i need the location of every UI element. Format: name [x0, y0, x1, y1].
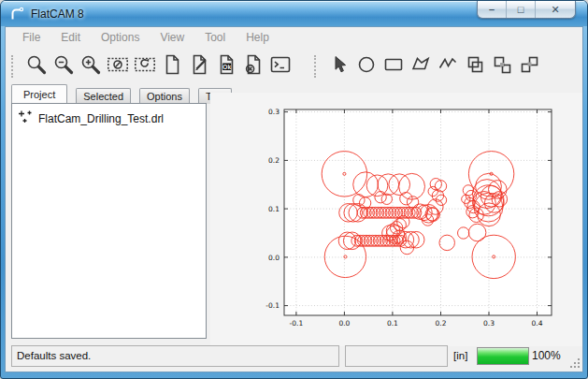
toolbar-group-2 [308, 52, 542, 80]
window-controls: –□✕ [477, 1, 576, 19]
svg-text:0.1: 0.1 [387, 319, 398, 328]
client-area: FileEditOptionsViewToolHelp Ok ProjectSe… [5, 26, 583, 372]
svg-text:0.2: 0.2 [268, 156, 280, 165]
copy-geometry-button[interactable] [488, 53, 515, 80]
flatcam-logo-icon [8, 6, 25, 22]
svg-text:0.0: 0.0 [268, 254, 280, 262]
svg-text:0.4: 0.4 [532, 319, 543, 328]
menu-help[interactable]: Help [236, 27, 280, 49]
tab-project[interactable]: Project [11, 84, 67, 104]
tab-options[interactable]: Options [139, 88, 190, 104]
tree-item[interactable]: FlatCam_Drilling_Test.drl [14, 108, 204, 129]
copy-objects-button[interactable] [461, 53, 488, 80]
menu-view[interactable]: View [150, 27, 194, 49]
minimize-button[interactable]: – [478, 1, 506, 18]
svg-text:0.1: 0.1 [268, 205, 280, 213]
close-button[interactable]: ✕ [535, 1, 575, 18]
maximize-button[interactable]: □ [506, 1, 535, 18]
draw-circle-button[interactable] [352, 53, 380, 80]
draw-circle-icon [355, 53, 378, 80]
resize-grip[interactable] [570, 358, 580, 368]
progress-bar [477, 347, 529, 365]
draw-path-button[interactable] [434, 53, 461, 80]
copy-objects-icon [464, 53, 486, 80]
drill-marks-icon [18, 109, 33, 127]
status-aux-panel [345, 345, 448, 367]
menu-bar: FileEditOptionsViewToolHelp [6, 27, 582, 49]
toolbar-handle[interactable] [314, 55, 319, 78]
edit-script-icon [188, 53, 210, 80]
menu-tool[interactable]: Tool [194, 27, 236, 49]
zoom-out-icon [52, 53, 75, 80]
svg-text:0.2: 0.2 [436, 319, 447, 328]
edit-script-button[interactable] [185, 53, 212, 80]
save-ok-button[interactable]: Ok [212, 53, 239, 80]
save-ok-icon: Ok [215, 53, 237, 80]
menu-options[interactable]: Options [91, 27, 150, 49]
app-window: FlatCAM 8 –□✕ FileEditOptionsViewToolHel… [0, 0, 588, 379]
project-tree[interactable]: FlatCam_Drilling_Test.drl [11, 103, 207, 339]
svg-text:0.3: 0.3 [268, 108, 280, 116]
tab-bar: ProjectSelectedOptionsTool [11, 84, 240, 104]
zoom-fit-button[interactable] [22, 53, 50, 80]
tree-item-label: FlatCam_Drilling_Test.drl [38, 112, 164, 125]
window-title: FlatCAM 8 [31, 7, 84, 21]
zoom-in-icon [79, 53, 102, 80]
replot-icon [134, 53, 156, 80]
status-message-panel: Defaults saved. [11, 345, 339, 367]
svg-text:Ok: Ok [222, 63, 231, 69]
toolbar: Ok [6, 49, 582, 83]
svg-text:0.0: 0.0 [338, 319, 350, 328]
new-file-button[interactable] [158, 53, 185, 80]
status-message: Defaults saved. [17, 350, 91, 361]
select-arrow-icon [328, 53, 351, 80]
title-bar[interactable]: FlatCAM 8 –□✕ [1, 1, 587, 26]
toolbar-group-1: Ok [6, 52, 294, 80]
delete-object-button[interactable] [239, 53, 266, 80]
draw-polygon-icon [409, 53, 432, 80]
replot-button[interactable] [131, 53, 158, 80]
progress-percent-label: 100% [532, 345, 561, 367]
plot-figure: -0.10.00.10.20.30.4-0.10.00.10.20.3 [210, 93, 582, 346]
new-file-icon [161, 53, 183, 80]
copy-geometry-icon [491, 53, 513, 80]
clear-plot-button[interactable] [104, 53, 131, 80]
menu-file[interactable]: File [12, 27, 50, 49]
clear-plot-icon [107, 53, 129, 80]
draw-rectangle-button[interactable] [380, 53, 407, 80]
units-label: [in] [453, 345, 467, 367]
move-objects-icon [518, 53, 540, 80]
draw-polygon-button[interactable] [407, 53, 434, 80]
status-bar: Defaults saved. [in] 100% [6, 343, 582, 372]
svg-text:-0.1: -0.1 [265, 301, 280, 310]
svg-text:-0.1: -0.1 [290, 319, 304, 328]
svg-text:0.3: 0.3 [483, 319, 495, 328]
zoom-in-button[interactable] [77, 53, 104, 80]
tab-selected[interactable]: Selected [76, 88, 131, 104]
move-objects-button[interactable] [515, 53, 542, 80]
shell-icon [269, 53, 292, 80]
menu-edit[interactable]: Edit [50, 27, 91, 49]
zoom-fit-icon [25, 53, 48, 80]
toolbar-handle[interactable] [11, 55, 16, 78]
draw-path-icon [437, 53, 459, 80]
plot-canvas[interactable]: -0.10.00.10.20.30.4-0.10.00.10.20.3 [210, 93, 582, 346]
select-arrow-button[interactable] [325, 53, 352, 80]
delete-object-icon [242, 53, 265, 80]
progress-fill [478, 348, 528, 364]
shell-button[interactable] [266, 53, 294, 80]
zoom-out-button[interactable] [50, 53, 77, 80]
draw-rectangle-icon [382, 53, 405, 80]
